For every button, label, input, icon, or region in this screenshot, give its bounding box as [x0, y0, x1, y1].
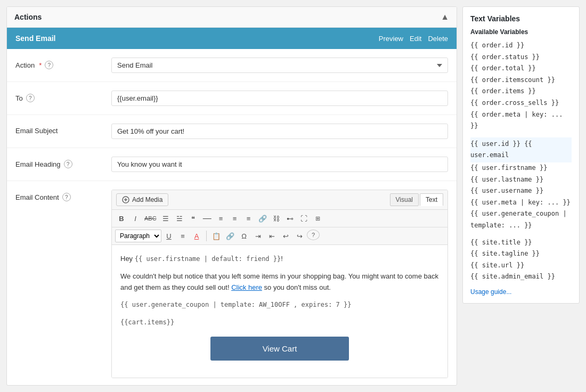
- var-site-admin-email: {{ site.admin_email }}: [470, 271, 572, 283]
- redo-button[interactable]: ↪: [293, 230, 306, 242]
- order-vars-group: {{ order.id }} {{ order.status }} {{ ord…: [470, 40, 572, 132]
- text-color-button[interactable]: A: [190, 230, 203, 242]
- right-sidebar: Text Variables Available Variables {{ or…: [462, 6, 580, 304]
- table-button[interactable]: ⊞: [312, 212, 324, 225]
- italic-button[interactable]: I: [129, 212, 142, 225]
- var-user-firstname: {{ user.firstname }}: [470, 162, 572, 174]
- special-char-button[interactable]: Ω: [238, 230, 250, 242]
- to-input[interactable]: [111, 91, 448, 106]
- email-content-label: Email Content ?: [15, 190, 111, 201]
- cart-items-line: {{cart.items}}: [120, 317, 439, 328]
- email-subject-label: Email Subject: [15, 124, 111, 135]
- email-heading-input[interactable]: [111, 157, 448, 172]
- body-paragraph-1: We couldn't help but notice that you lef…: [120, 271, 439, 293]
- var-order-id: {{ order.id }}: [470, 40, 572, 52]
- editor-container: Add Media Visual Text B I: [111, 190, 448, 378]
- ordered-list-button[interactable]: ☱: [173, 212, 186, 225]
- usage-guide-link[interactable]: Usage guide...: [470, 288, 572, 296]
- action-select[interactable]: Send Email Send SMS Add Tag: [111, 58, 448, 73]
- coupon-line: {{ user.generate_coupon | template: AW_1…: [120, 299, 439, 311]
- email-heading-label: Email Heading ?: [15, 157, 111, 168]
- cart-items-var: {{cart.items}}: [120, 318, 174, 326]
- email-content-help-icon[interactable]: ?: [62, 193, 71, 201]
- greeting-paragraph: Hey {{ user.firstname | default: friend …: [120, 254, 439, 265]
- toolbar-row-1: B I ABC ☰ ☱ ❝ — ≡ ≡ ≡ 🔗: [112, 210, 447, 227]
- unordered-list-button[interactable]: ☰: [159, 212, 172, 225]
- header-actions: Preview Edit Delete: [379, 35, 448, 43]
- user-vars-group: {{ user.id }} {{ user.email {{ user.firs…: [470, 137, 572, 232]
- custom-link-button[interactable]: 🔗: [224, 230, 237, 242]
- click-here-link[interactable]: Click here: [231, 283, 262, 291]
- add-media-icon: [122, 196, 129, 203]
- required-star: *: [39, 61, 42, 69]
- to-row: To ?: [7, 82, 457, 115]
- editor-content[interactable]: Hey {{ user.firstname | default: friend …: [112, 245, 447, 378]
- var-user-username: {{ user.username }}: [470, 185, 572, 197]
- email-subject-field: [111, 124, 448, 139]
- editor-topbar: Add Media Visual Text: [112, 190, 447, 210]
- underline-button[interactable]: U: [162, 230, 175, 242]
- editor-tabs: Visual Text: [390, 193, 443, 206]
- var-user-lastname: {{ user.lastname }}: [470, 174, 572, 186]
- edit-link[interactable]: Edit: [410, 35, 421, 43]
- fullscreen-button[interactable]: ⛶: [298, 212, 311, 225]
- email-subject-input[interactable]: [111, 124, 448, 139]
- to-help-icon[interactable]: ?: [26, 94, 35, 102]
- link-button[interactable]: 🔗: [256, 212, 269, 225]
- var-user-meta: {{ user.meta | key: ... }}: [470, 197, 572, 209]
- send-email-header: Send Email Preview Edit Delete: [7, 28, 457, 49]
- outdent-button[interactable]: ⇤: [265, 230, 278, 242]
- add-media-label: Add Media: [132, 196, 162, 203]
- sidebar-subtitle: Available Variables: [470, 28, 572, 36]
- site-vars-group: {{ site.title }} {{ site.tagline }} {{ s…: [470, 237, 572, 283]
- indent-button[interactable]: ⇥: [251, 230, 264, 242]
- email-heading-field: [111, 157, 448, 172]
- align-left-button[interactable]: ≡: [215, 212, 227, 225]
- var-user-id-email: {{ user.id }} {{ user.email: [470, 137, 572, 162]
- var-order-items: {{ order.items }}: [470, 86, 572, 97]
- action-help-icon[interactable]: ?: [45, 61, 53, 69]
- collapse-icon[interactable]: ▲: [441, 12, 449, 22]
- email-content-field: Add Media Visual Text B I: [111, 190, 448, 378]
- toolbar-row-2: Paragraph U ≡ A 📋 🔗 Ω ⇥ ⇤: [112, 227, 447, 245]
- unlink-button[interactable]: ⛓: [270, 212, 283, 225]
- var-user-coupon-template: template: ... }}: [470, 220, 572, 232]
- strikethrough-button[interactable]: ABC: [143, 212, 158, 225]
- email-heading-row: Email Heading ?: [7, 148, 457, 181]
- var-order-cross-sells: {{ order.cross_sells }}: [470, 97, 572, 109]
- visual-tab[interactable]: Visual: [390, 193, 419, 206]
- var-site-url: {{ site.url }}: [470, 260, 572, 272]
- align-right-button[interactable]: ≡: [242, 212, 255, 225]
- preview-link[interactable]: Preview: [379, 35, 403, 43]
- add-media-button[interactable]: Add Media: [116, 193, 168, 206]
- var-user-generate-coupon: {{ user.generate_coupon |: [470, 208, 572, 220]
- blockquote-button[interactable]: ❝: [187, 212, 200, 225]
- align-center-button[interactable]: ≡: [229, 212, 241, 225]
- action-label: Action* ?: [15, 58, 111, 69]
- horizontal-rule-button[interactable]: —: [201, 212, 214, 225]
- firstname-var: {{ user.firstname | default: friend }}: [135, 255, 281, 263]
- justify-button[interactable]: ≡: [176, 230, 189, 242]
- var-order-itemscount: {{ order.itemscount }}: [470, 75, 572, 86]
- delete-link[interactable]: Delete: [428, 35, 448, 43]
- var-order-meta: {{ order.meta | key: ... }}: [470, 109, 572, 132]
- toolbar-sep-1: [206, 231, 207, 241]
- action-row: Action* ? Send Email Send SMS Add Tag: [7, 49, 457, 82]
- form-body: Action* ? Send Email Send SMS Add Tag: [7, 49, 457, 385]
- text-tab[interactable]: Text: [420, 193, 443, 206]
- email-heading-help-icon[interactable]: ?: [64, 160, 72, 168]
- action-field: Send Email Send SMS Add Tag: [111, 58, 448, 73]
- send-email-title: Send Email: [15, 34, 55, 43]
- to-label: To ?: [15, 91, 111, 102]
- view-cart-button[interactable]: View Cart: [210, 337, 349, 361]
- email-subject-row: Email Subject: [7, 115, 457, 148]
- paste-text-button[interactable]: 📋: [210, 230, 223, 242]
- paragraph-select[interactable]: Paragraph: [115, 230, 161, 242]
- bold-button[interactable]: B: [115, 212, 128, 225]
- help-button[interactable]: ?: [307, 230, 320, 240]
- undo-button[interactable]: ↩: [279, 230, 292, 242]
- var-site-tagline: {{ site.tagline }}: [470, 248, 572, 260]
- insert-more-button[interactable]: ⊷: [284, 212, 297, 225]
- sidebar-title: Text Variables: [470, 14, 572, 23]
- to-field: [111, 91, 448, 106]
